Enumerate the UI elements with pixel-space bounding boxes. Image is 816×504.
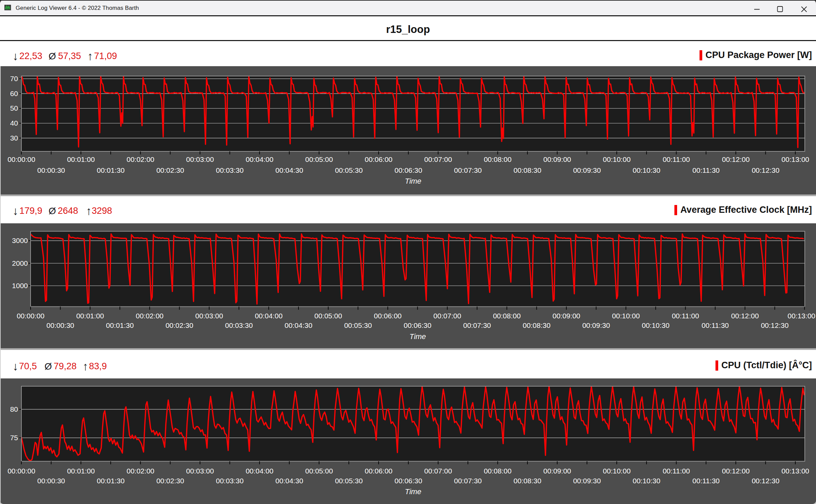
svg-text:00:00:00: 00:00:00 (7, 467, 35, 475)
svg-text:00:06:30: 00:06:30 (395, 166, 422, 174)
svg-text:00:08:30: 00:08:30 (523, 321, 550, 329)
svg-text:00:07:30: 00:07:30 (454, 477, 482, 485)
svg-text:00:03:30: 00:03:30 (216, 166, 244, 174)
svg-text:00:11:30: 00:11:30 (692, 166, 720, 174)
svg-text:00:00:30: 00:00:30 (37, 166, 65, 174)
svg-text:30: 30 (10, 134, 18, 142)
svg-text:00:04:00: 00:04:00 (246, 467, 273, 475)
svg-text:00:10:00: 00:10:00 (603, 155, 631, 163)
svg-text:00:04:30: 00:04:30 (275, 477, 303, 485)
svg-text:00:05:30: 00:05:30 (344, 321, 372, 329)
svg-text:00:07:30: 00:07:30 (454, 166, 482, 174)
svg-text:00:05:00: 00:05:00 (314, 312, 342, 320)
svg-text:00:00:30: 00:00:30 (37, 477, 65, 485)
svg-text:00:10:00: 00:10:00 (603, 467, 631, 475)
svg-text:00:01:30: 00:01:30 (97, 166, 125, 174)
svg-text:00:09:00: 00:09:00 (552, 312, 580, 320)
svg-text:2000: 2000 (12, 259, 28, 267)
svg-text:50: 50 (10, 104, 18, 112)
svg-text:60: 60 (10, 90, 18, 97)
svg-text:00:11:00: 00:11:00 (672, 312, 699, 320)
svg-text:00:05:00: 00:05:00 (305, 467, 333, 475)
svg-text:00:12:00: 00:12:00 (722, 155, 750, 163)
svg-text:00:02:30: 00:02:30 (165, 321, 193, 329)
svg-text:00:10:30: 00:10:30 (633, 166, 660, 174)
svg-text:00:02:00: 00:02:00 (127, 155, 155, 163)
svg-text:00:07:00: 00:07:00 (424, 155, 452, 163)
svg-text:00:06:30: 00:06:30 (395, 477, 422, 485)
svg-text:00:08:00: 00:08:00 (493, 312, 521, 320)
svg-text:00:08:00: 00:08:00 (484, 155, 512, 163)
svg-text:00:10:30: 00:10:30 (642, 321, 670, 329)
svg-text:40: 40 (10, 119, 18, 127)
svg-text:00:12:00: 00:12:00 (731, 312, 759, 320)
svg-text:70: 70 (10, 75, 18, 82)
svg-text:00:11:30: 00:11:30 (702, 321, 729, 329)
svg-text:00:12:30: 00:12:30 (761, 321, 789, 329)
svg-text:Time: Time (405, 487, 421, 496)
svg-text:00:00:00: 00:00:00 (7, 155, 35, 163)
svg-text:00:09:00: 00:09:00 (543, 155, 571, 163)
svg-text:00:06:30: 00:06:30 (404, 321, 432, 329)
svg-text:00:03:30: 00:03:30 (225, 321, 253, 329)
svg-text:00:01:00: 00:01:00 (76, 312, 104, 320)
svg-text:00:01:00: 00:01:00 (67, 467, 95, 475)
svg-text:00:07:00: 00:07:00 (433, 312, 461, 320)
svg-text:00:06:00: 00:06:00 (374, 312, 402, 320)
svg-text:00:11:00: 00:11:00 (663, 467, 690, 475)
svg-text:00:08:00: 00:08:00 (484, 467, 512, 475)
svg-text:Time: Time (405, 177, 421, 185)
svg-text:00:13:00: 00:13:00 (781, 155, 809, 163)
svg-text:00:07:30: 00:07:30 (463, 321, 491, 329)
svg-text:00:13:00: 00:13:00 (781, 467, 809, 475)
svg-text:00:09:30: 00:09:30 (573, 166, 601, 174)
svg-text:00:06:00: 00:06:00 (365, 467, 393, 475)
svg-text:00:01:30: 00:01:30 (106, 321, 134, 329)
svg-text:00:02:30: 00:02:30 (156, 477, 184, 485)
svg-text:00:06:00: 00:06:00 (365, 155, 393, 163)
svg-text:00:11:30: 00:11:30 (692, 477, 720, 485)
svg-text:Time: Time (410, 332, 426, 341)
svg-text:00:10:00: 00:10:00 (612, 312, 640, 320)
svg-text:00:03:30: 00:03:30 (216, 477, 244, 485)
svg-text:00:12:30: 00:12:30 (752, 166, 780, 174)
svg-text:3000: 3000 (12, 237, 28, 244)
svg-text:75: 75 (10, 434, 18, 442)
svg-text:00:11:00: 00:11:00 (663, 155, 690, 163)
svg-text:00:03:00: 00:03:00 (186, 155, 214, 163)
svg-text:00:01:30: 00:01:30 (97, 477, 125, 485)
svg-text:1000: 1000 (12, 282, 28, 290)
svg-text:00:04:00: 00:04:00 (246, 155, 273, 163)
svg-text:00:01:00: 00:01:00 (67, 155, 95, 163)
svg-text:00:00:00: 00:00:00 (17, 312, 44, 320)
svg-text:00:10:30: 00:10:30 (633, 477, 660, 485)
svg-text:00:03:00: 00:03:00 (186, 467, 214, 475)
svg-text:00:02:30: 00:02:30 (156, 166, 184, 174)
svg-text:00:00:30: 00:00:30 (47, 321, 74, 329)
svg-text:00:09:30: 00:09:30 (582, 321, 610, 329)
svg-text:00:04:00: 00:04:00 (255, 312, 283, 320)
svg-text:00:08:30: 00:08:30 (513, 477, 541, 485)
svg-text:00:02:00: 00:02:00 (127, 467, 155, 475)
svg-text:00:09:00: 00:09:00 (543, 467, 571, 475)
svg-text:00:02:00: 00:02:00 (136, 312, 164, 320)
svg-text:00:04:30: 00:04:30 (275, 166, 303, 174)
svg-text:00:08:30: 00:08:30 (513, 166, 541, 174)
svg-text:00:12:30: 00:12:30 (752, 477, 780, 485)
svg-text:00:04:30: 00:04:30 (285, 321, 312, 329)
svg-text:00:13:00: 00:13:00 (787, 312, 815, 320)
svg-text:00:12:00: 00:12:00 (722, 467, 750, 475)
svg-text:00:05:30: 00:05:30 (335, 477, 363, 485)
svg-text:00:03:00: 00:03:00 (195, 312, 223, 320)
svg-text:00:05:30: 00:05:30 (335, 166, 363, 174)
svg-text:00:05:00: 00:05:00 (305, 155, 333, 163)
svg-text:00:07:00: 00:07:00 (424, 467, 452, 475)
svg-text:00:09:30: 00:09:30 (573, 477, 601, 485)
svg-text:80: 80 (10, 405, 18, 413)
